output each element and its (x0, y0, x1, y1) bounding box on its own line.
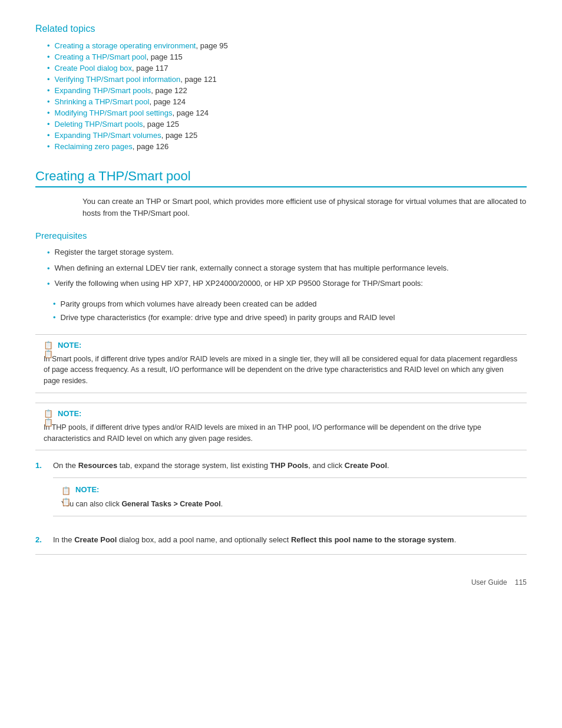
related-page-2: , page 117 (132, 64, 168, 73)
list-item: Expanding THP/Smart pools, page 122 (47, 86, 527, 95)
list-item: Expanding THP/Smart volumes, page 125 (47, 131, 527, 140)
related-link-5[interactable]: Shrinking a THP/Smart pool (55, 97, 150, 106)
bold-thp-pools: THP Pools (270, 461, 309, 470)
step-1-text: On the Resources tab, expand the storage… (53, 460, 527, 526)
related-link-3[interactable]: Verifying THP/Smart pool information (55, 75, 181, 84)
step1-note-title: NOTE: (75, 484, 99, 496)
related-page-7: , page 125 (143, 120, 179, 129)
prerequisites-list: Register the target storage system. When… (47, 246, 527, 290)
prerequisites-heading: Prerequisites (35, 230, 527, 241)
list-item: Deleting THP/Smart pools, page 125 (47, 120, 527, 129)
prereq-bullet-2: Verify the following when using HP XP7, … (55, 278, 423, 289)
note-title-1: NOTE: (58, 341, 81, 350)
step-number-1: 1. (35, 460, 53, 472)
related-topics-heading: Related topics (35, 24, 527, 34)
note-label-1: 📋 NOTE: (44, 341, 518, 350)
related-page-4: , page 122 (151, 86, 187, 95)
related-link-2[interactable]: Create Pool dialog box (55, 64, 133, 73)
step1-note-text: You can also click General Tasks > Creat… (61, 499, 518, 510)
note-text-1: In Smart pools, if different drive types… (44, 354, 518, 387)
sub-bullet-1: Drive type characteristics (for example:… (61, 312, 395, 324)
footer-page: 115 (515, 578, 527, 587)
bold-resources: Resources (78, 461, 117, 470)
list-item: Shrinking a THP/Smart pool, page 124 (47, 97, 527, 106)
note-icon-1: 📋 (44, 341, 54, 350)
bold-create-pool: Create Pool (345, 461, 387, 470)
related-link-8[interactable]: Expanding THP/Smart volumes (55, 131, 161, 140)
steps-section: 1. On the Resources tab, expand the stor… (35, 460, 527, 545)
related-link-4[interactable]: Expanding THP/Smart pools (55, 86, 151, 95)
related-link-0[interactable]: Creating a storage operating environment (55, 41, 196, 50)
step1-note-label: 📋 NOTE: (61, 484, 518, 496)
step-1: 1. On the Resources tab, expand the stor… (35, 460, 527, 526)
note-title-2: NOTE: (58, 409, 81, 418)
bold-create-pool-2: Create Pool (74, 535, 117, 544)
related-page-5: , page 124 (149, 97, 185, 106)
list-item: Creating a storage operating environment… (47, 41, 527, 50)
note-label-2: 📋 NOTE: (44, 409, 518, 419)
footer-divider (35, 554, 527, 555)
step1-note-box: 📋 NOTE: You can also click General Tasks… (53, 477, 527, 516)
list-item: Parity groups from which volumes have al… (53, 298, 527, 310)
list-item: Verify the following when using HP XP7, … (47, 278, 527, 290)
prereq-bullet-0: Register the target storage system. (55, 246, 174, 258)
list-item: Register the target storage system. (47, 246, 527, 259)
related-page-9: , page 126 (133, 142, 168, 151)
note-box-1: 📋 NOTE: In Smart pools, if different dri… (35, 334, 527, 393)
list-item: Drive type characteristics (for example:… (53, 312, 527, 324)
list-item: Modifying THP/Smart pool settings, page … (47, 108, 527, 117)
creating-section: Creating a THP/Smart pool You can create… (35, 169, 527, 546)
list-item: Create Pool dialog box, page 117 (47, 64, 527, 73)
related-page-6: , page 124 (172, 108, 208, 117)
related-link-7[interactable]: Deleting THP/Smart pools (55, 120, 143, 129)
sub-bullet-0: Parity groups from which volumes have al… (61, 298, 317, 310)
related-link-1[interactable]: Creating a THP/Smart pool (55, 52, 147, 61)
prerequisites-section: Prerequisites Register the target storag… (35, 230, 527, 324)
related-topics-list: Creating a storage operating environment… (47, 41, 527, 151)
section-intro: You can create an THP or Smart pool, whi… (82, 196, 527, 219)
step-2-text: In the Create Pool dialog box, add a poo… (53, 534, 527, 546)
list-item: When defining an external LDEV tier rank… (47, 262, 527, 275)
note-text-2: In THP pools, if different drive types a… (44, 422, 518, 444)
footer-label: User Guide (471, 578, 507, 587)
bold-reflect-name: Reflect this pool name to the storage sy… (291, 535, 454, 544)
prereq-bullet-1: When defining an external LDEV tier rank… (55, 262, 449, 274)
related-page-0: , page 95 (196, 41, 228, 50)
section-heading: Creating a THP/Smart pool (35, 169, 527, 187)
related-page-1: , page 115 (146, 52, 182, 61)
related-topics-section: Related topics Creating a storage operat… (35, 24, 527, 151)
list-item: Reclaiming zero pages, page 126 (47, 142, 527, 151)
related-link-9[interactable]: Reclaiming zero pages (55, 142, 133, 151)
related-page-3: , page 121 (180, 75, 216, 84)
prereq-sub-list: Parity groups from which volumes have al… (53, 298, 527, 324)
list-item: Creating a THP/Smart pool, page 115 (47, 52, 527, 61)
related-link-6[interactable]: Modifying THP/Smart pool settings (55, 108, 173, 117)
step-2: 2. In the Create Pool dialog box, add a … (35, 534, 527, 546)
step1-note-icon: 📋 (61, 485, 72, 495)
step-number-2: 2. (35, 534, 53, 546)
note-box-2: 📋 NOTE: In THP pools, if different drive… (35, 403, 527, 451)
list-item: Verifying THP/Smart pool information, pa… (47, 75, 527, 84)
related-page-8: , page 125 (161, 131, 197, 140)
note-icon-2: 📋 (44, 409, 54, 419)
bold-general-tasks: General Tasks > Create Pool (121, 500, 220, 508)
footer: User Guide 115 (35, 578, 527, 587)
